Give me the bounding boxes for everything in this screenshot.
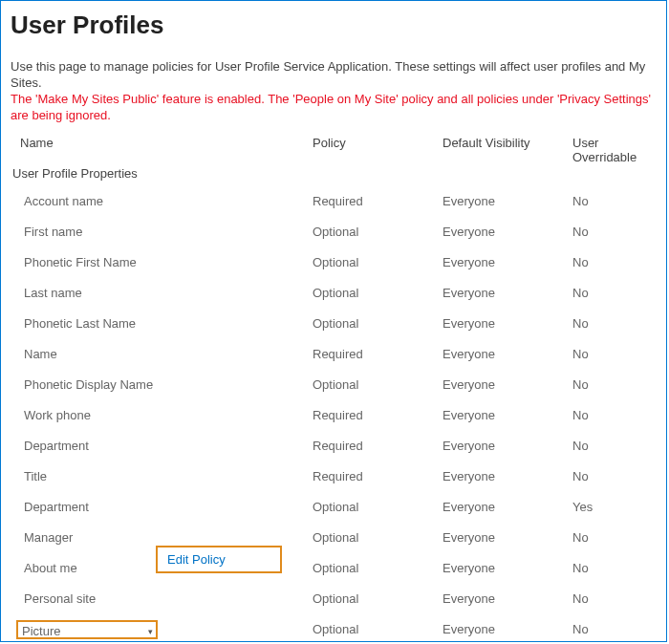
table-row: PictureOptionalEveryoneNo — [11, 614, 658, 642]
property-name[interactable]: Department — [20, 437, 299, 456]
property-visibility: Everyone — [433, 370, 563, 400]
property-name[interactable]: Work phone — [20, 406, 299, 425]
property-policy: Optional — [303, 614, 433, 642]
property-overridable: No — [563, 462, 658, 492]
property-overridable: No — [563, 339, 658, 370]
property-policy: Required — [303, 400, 433, 431]
col-header-policy: Policy — [303, 134, 433, 164]
property-name[interactable]: Phonetic Last Name — [20, 314, 299, 333]
property-visibility: Everyone — [433, 553, 563, 584]
property-policy: Optional — [303, 584, 433, 614]
property-overridable: No — [563, 523, 658, 553]
table-row: Last nameOptionalEveryoneNo — [11, 278, 658, 309]
property-visibility: Everyone — [433, 523, 563, 553]
property-visibility: Everyone — [433, 247, 563, 278]
property-policy: Required — [303, 462, 433, 492]
table-row: Work phoneRequiredEveryoneNo — [11, 400, 658, 431]
property-name[interactable]: Account name — [20, 192, 299, 211]
property-overridable: No — [563, 431, 658, 462]
property-policy: Optional — [303, 278, 433, 309]
col-header-overridable: User Overridable — [563, 134, 658, 164]
property-policy: Optional — [303, 553, 433, 584]
context-menu: Edit Policy — [156, 546, 282, 573]
property-name[interactable]: Department — [20, 498, 299, 517]
property-visibility: Everyone — [433, 339, 563, 370]
table-row: Phonetic Display NameOptionalEveryoneNo — [11, 370, 658, 400]
property-overridable: No — [563, 309, 658, 339]
property-visibility: Everyone — [433, 278, 563, 309]
table-row: About meOptionalEveryoneNo — [11, 553, 658, 584]
section-header-row: User Profile Properties — [11, 164, 658, 186]
property-policy: Optional — [303, 309, 433, 339]
property-overridable: No — [563, 370, 658, 400]
col-header-name: Name — [11, 134, 303, 164]
property-visibility: Everyone — [433, 584, 563, 614]
menu-item-edit-policy[interactable]: Edit Policy — [158, 547, 280, 571]
property-visibility: Everyone — [433, 462, 563, 492]
property-visibility: Everyone — [433, 492, 563, 523]
property-visibility: Everyone — [433, 614, 563, 642]
property-name[interactable]: Phonetic Display Name — [20, 376, 299, 395]
property-policy: Required — [303, 431, 433, 462]
warning-text: The 'Make My Sites Public' feature is en… — [11, 92, 657, 124]
property-overridable: No — [563, 186, 658, 217]
page-description: Use this page to manage policies for Use… — [11, 59, 657, 92]
table-row: First nameOptionalEveryoneNo — [11, 217, 658, 247]
property-name[interactable]: Phonetic First Name — [20, 253, 299, 272]
app-frame: User Profiles Use this page to manage po… — [0, 0, 667, 642]
property-policy: Optional — [303, 523, 433, 553]
property-name[interactable]: Personal site — [20, 590, 299, 609]
property-name[interactable]: First name — [20, 223, 299, 242]
section-header: User Profile Properties — [11, 164, 658, 186]
table-row: TitleRequiredEveryoneNo — [11, 462, 658, 492]
property-visibility: Everyone — [433, 431, 563, 462]
property-overridable: No — [563, 584, 658, 614]
property-name[interactable]: Title — [20, 467, 299, 486]
property-policy: Optional — [303, 370, 433, 400]
property-policy: Optional — [303, 217, 433, 247]
property-overridable: Yes — [563, 492, 658, 523]
property-name[interactable]: Manager — [20, 528, 299, 547]
table-row: NameRequiredEveryoneNo — [11, 339, 658, 370]
table-row: ManagerOptionalEveryoneNo — [11, 523, 658, 553]
table-row: Phonetic First NameOptionalEveryoneNo — [11, 247, 658, 278]
property-overridable: No — [563, 217, 658, 247]
property-visibility: Everyone — [433, 309, 563, 339]
property-name[interactable]: Last name — [20, 284, 299, 303]
property-visibility: Everyone — [433, 217, 563, 247]
property-overridable: No — [563, 614, 658, 642]
property-name[interactable]: Name — [20, 345, 299, 364]
property-policy: Required — [303, 339, 433, 370]
table-header-row: Name Policy Default Visibility User Over… — [11, 134, 658, 164]
table-row: Account nameRequiredEveryoneNo — [11, 186, 658, 217]
property-policy: Required — [303, 186, 433, 217]
table-row: Personal siteOptionalEveryoneNo — [11, 584, 658, 614]
property-policy: Optional — [303, 247, 433, 278]
property-overridable: No — [563, 278, 658, 309]
properties-table: Name Policy Default Visibility User Over… — [11, 134, 658, 642]
col-header-visibility: Default Visibility — [433, 134, 563, 164]
table-row: Phonetic Last NameOptionalEveryoneNo — [11, 309, 658, 339]
property-visibility: Everyone — [433, 186, 563, 217]
property-policy: Optional — [303, 492, 433, 523]
table-row: DepartmentOptionalEveryoneYes — [11, 492, 658, 523]
property-overridable: No — [563, 553, 658, 584]
property-overridable: No — [563, 247, 658, 278]
page-title: User Profiles — [11, 11, 657, 40]
property-name[interactable]: Picture — [16, 620, 158, 639]
property-overridable: No — [563, 400, 658, 431]
table-row: DepartmentRequiredEveryoneNo — [11, 431, 658, 462]
property-visibility: Everyone — [433, 400, 563, 431]
